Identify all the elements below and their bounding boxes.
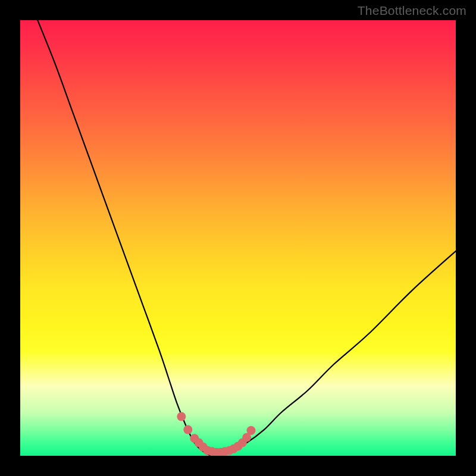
bottleneck-curve <box>37 20 456 456</box>
highlighted-points <box>177 412 255 456</box>
chart-svg <box>20 20 456 456</box>
watermark-text: TheBottleneck.com <box>358 4 466 18</box>
marker-point <box>177 412 186 421</box>
chart-plot-area <box>20 20 456 456</box>
marker-point <box>183 425 192 434</box>
marker-point <box>246 426 255 435</box>
chart-frame: TheBottleneck.com <box>0 0 476 476</box>
